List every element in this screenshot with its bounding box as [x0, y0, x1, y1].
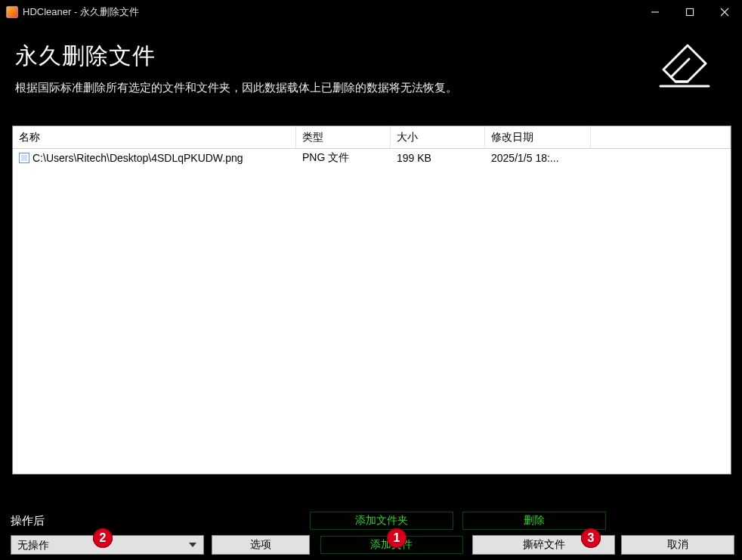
maximize-icon: [685, 8, 694, 17]
post-op-label: 操作后: [11, 514, 310, 528]
close-button[interactable]: [707, 0, 742, 24]
file-type-icon: [19, 153, 29, 163]
col-header-name[interactable]: 名称: [13, 126, 296, 148]
col-header-size[interactable]: 大小: [391, 126, 485, 148]
page-subtitle: 根据国际标准删除所有选定的文件和文件夹，因此数据载体上已删除的数据将无法恢复。: [15, 81, 639, 95]
col-header-type[interactable]: 类型: [296, 126, 391, 148]
table-header: 名称 类型 大小 修改日期: [13, 126, 731, 149]
titlebar: HDCleaner - 永久删除文件: [0, 0, 742, 24]
cell-type: PNG 文件: [302, 151, 349, 165]
col-header-date[interactable]: 修改日期: [485, 126, 591, 148]
cell-name: C:\Users\Ritech\Desktop\4SDLqPKUDW.png: [32, 152, 243, 164]
delete-button[interactable]: 删除: [462, 512, 606, 530]
options-button[interactable]: 选项: [212, 535, 310, 555]
svg-rect-0: [687, 8, 694, 15]
annotation-badge-3: 3: [581, 528, 601, 548]
table-body[interactable]: C:\Users\Ritech\Desktop\4SDLqPKUDW.png P…: [13, 149, 731, 474]
file-table: 名称 类型 大小 修改日期 C:\Users\Ritech\Desktop\4S…: [12, 125, 731, 475]
cell-date: 2025/1/5 18:...: [491, 152, 559, 164]
minimize-button[interactable]: [638, 0, 672, 24]
page-title: 永久删除文件: [15, 41, 639, 72]
add-folder-button[interactable]: 添加文件夹: [310, 512, 453, 530]
annotation-badge-1: 1: [387, 528, 407, 548]
page-header: 永久删除文件 根据国际标准删除所有选定的文件和文件夹，因此数据载体上已删除的数据…: [0, 24, 742, 95]
window-title: HDCleaner - 永久删除文件: [23, 5, 139, 19]
cell-size: 199 KB: [397, 152, 431, 164]
minimize-icon: [651, 8, 660, 17]
col-header-rest: [591, 126, 731, 148]
maximize-button[interactable]: [672, 0, 707, 24]
app-icon: [6, 6, 18, 18]
annotation-badge-2: 2: [93, 528, 113, 548]
close-icon: [720, 8, 729, 17]
table-row[interactable]: C:\Users\Ritech\Desktop\4SDLqPKUDW.png P…: [13, 149, 731, 167]
eraser-icon: [654, 41, 715, 94]
cancel-button[interactable]: 取消: [621, 535, 734, 555]
